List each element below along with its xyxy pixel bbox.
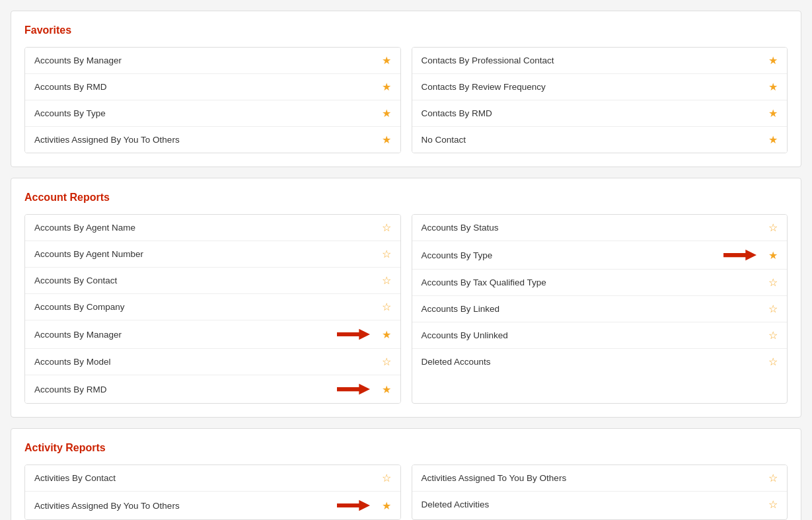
report-item-right: ☆	[382, 355, 391, 368]
star-icon[interactable]: ☆	[382, 221, 391, 234]
star-icon[interactable]: ☆	[768, 276, 778, 289]
report-item-right: ★	[382, 54, 391, 67]
favorites-title: Favorites	[24, 24, 788, 36]
star-icon[interactable]: ★	[382, 107, 391, 120]
star-icon[interactable]: ☆	[768, 472, 778, 484]
star-icon[interactable]: ★	[768, 81, 778, 93]
report-item-label: Accounts By Manager	[34, 330, 122, 340]
star-icon[interactable]: ★	[768, 249, 778, 262]
account-reports-title: Account Reports	[24, 192, 788, 204]
report-item-label: No Contact	[422, 135, 466, 145]
report-item-label: Activities Assigned To You By Others	[422, 473, 567, 483]
report-item-label: Accounts By RMD	[34, 82, 107, 92]
report-item-right: ★	[768, 54, 778, 67]
svg-marker-3	[337, 500, 370, 511]
report-item[interactable]: Accounts By Unlinked☆	[412, 322, 788, 349]
report-item-label: Accounts By Type	[422, 250, 493, 260]
report-item-label: Accounts By Linked	[422, 304, 500, 314]
report-item-label: Activities Assigned By You To Others	[34, 501, 180, 511]
report-item-label: Deleted Accounts	[422, 357, 491, 367]
star-icon[interactable]: ☆	[382, 301, 391, 313]
report-item[interactable]: Accounts By Status☆	[412, 215, 788, 241]
report-item-label: Deleted Activities	[422, 500, 490, 509]
report-item[interactable]: Contacts By Review Frequency★	[412, 74, 788, 100]
report-item[interactable]: Accounts By Contact☆	[25, 268, 400, 294]
star-icon[interactable]: ★	[382, 383, 391, 396]
report-item-label: Accounts By Manager	[34, 56, 122, 65]
report-item-label: Activities By Contact	[34, 473, 116, 483]
report-item-label: Accounts By Model	[34, 357, 111, 367]
report-item[interactable]: Contacts By RMD★	[412, 100, 788, 127]
arrow-icon	[337, 327, 370, 342]
report-item-label: Accounts By Tax Qualified Type	[422, 278, 546, 287]
star-icon[interactable]: ☆	[768, 303, 778, 315]
favorites-left-list: Accounts By Manager★Accounts By RMD★Acco…	[24, 47, 401, 153]
report-item-right: ☆	[382, 274, 391, 287]
report-item-right: ★	[337, 498, 391, 513]
report-item-right: ☆	[768, 472, 778, 484]
report-item[interactable]: Accounts By Type★	[25, 100, 400, 127]
star-icon[interactable]: ☆	[768, 355, 778, 368]
star-icon[interactable]: ★	[382, 81, 391, 93]
report-item-right: ☆	[382, 301, 391, 313]
star-icon[interactable]: ★	[382, 54, 391, 67]
star-icon[interactable]: ★	[768, 107, 778, 120]
report-item[interactable]: Deleted Activities☆	[412, 492, 788, 517]
report-item[interactable]: Accounts By Company☆	[25, 294, 400, 320]
star-icon[interactable]: ★	[768, 54, 778, 67]
arrow-icon	[337, 498, 370, 513]
report-item[interactable]: Activities Assigned To You By Others☆	[412, 465, 788, 492]
report-item-right: ☆	[768, 303, 778, 315]
report-item[interactable]: Accounts By Tax Qualified Type☆	[412, 270, 788, 296]
report-item[interactable]: Accounts By Type★	[412, 241, 788, 270]
report-item-right: ★	[768, 133, 778, 146]
report-item[interactable]: Accounts By RMD★	[25, 74, 400, 100]
report-item-right: ★	[723, 248, 778, 262]
report-item[interactable]: Accounts By RMD★	[25, 375, 400, 403]
report-item-right: ★	[337, 382, 391, 396]
report-item-right: ☆	[382, 221, 391, 234]
report-item-right: ☆	[768, 221, 778, 234]
svg-marker-0	[337, 329, 370, 340]
report-item-label: Accounts By Status	[422, 223, 499, 233]
star-icon[interactable]: ★	[382, 133, 391, 146]
report-item-right: ★	[382, 81, 391, 93]
report-item[interactable]: Activities By Contact☆	[25, 465, 400, 492]
star-icon[interactable]: ☆	[382, 274, 391, 287]
star-icon[interactable]: ★	[382, 328, 391, 341]
report-item-label: Contacts By RMD	[422, 108, 492, 118]
report-item-right: ☆	[382, 472, 391, 484]
report-item[interactable]: Accounts By Linked☆	[412, 296, 788, 322]
report-item[interactable]: Accounts By Agent Name☆	[25, 215, 400, 241]
report-item[interactable]: Activities Assigned By You To Others★	[25, 127, 400, 153]
report-item[interactable]: Contacts By Professional Contact★	[412, 48, 788, 74]
star-icon[interactable]: ☆	[382, 472, 391, 484]
report-item-label: Contacts By Review Frequency	[422, 82, 546, 92]
star-icon[interactable]: ☆	[768, 329, 778, 342]
report-item-right: ☆	[768, 329, 778, 342]
arrow-icon	[723, 248, 757, 262]
star-icon[interactable]: ☆	[382, 355, 391, 368]
report-item[interactable]: Accounts By Agent Number☆	[25, 241, 400, 268]
activity-reports-left-list: Activities By Contact☆Activities Assigne…	[24, 464, 401, 520]
report-item[interactable]: Accounts By Manager★	[25, 320, 400, 349]
report-item-right: ★	[768, 107, 778, 120]
star-icon[interactable]: ★	[382, 500, 391, 512]
report-item-right: ☆	[382, 248, 391, 260]
star-icon[interactable]: ☆	[382, 248, 391, 260]
report-item-right: ☆	[768, 276, 778, 289]
account-reports-right-list: Accounts By Status☆Accounts By Type★Acco…	[412, 214, 788, 404]
report-item[interactable]: Accounts By Model☆	[25, 349, 400, 375]
report-item-right: ★	[382, 133, 391, 146]
star-icon[interactable]: ☆	[768, 221, 778, 234]
favorites-columns: Accounts By Manager★Accounts By RMD★Acco…	[24, 47, 788, 153]
favorites-right-list: Contacts By Professional Contact★Contact…	[412, 47, 788, 153]
report-item-label: Accounts By Company	[34, 302, 125, 312]
report-item[interactable]: Accounts By Manager★	[25, 48, 400, 74]
report-item[interactable]: Activities Assigned By You To Others★	[25, 492, 400, 519]
report-item[interactable]: Deleted Accounts☆	[412, 349, 788, 375]
report-item[interactable]: No Contact★	[412, 127, 788, 153]
star-icon[interactable]: ★	[768, 133, 778, 146]
activity-reports-columns: Activities By Contact☆Activities Assigne…	[24, 464, 788, 520]
star-icon[interactable]: ☆	[768, 498, 778, 511]
